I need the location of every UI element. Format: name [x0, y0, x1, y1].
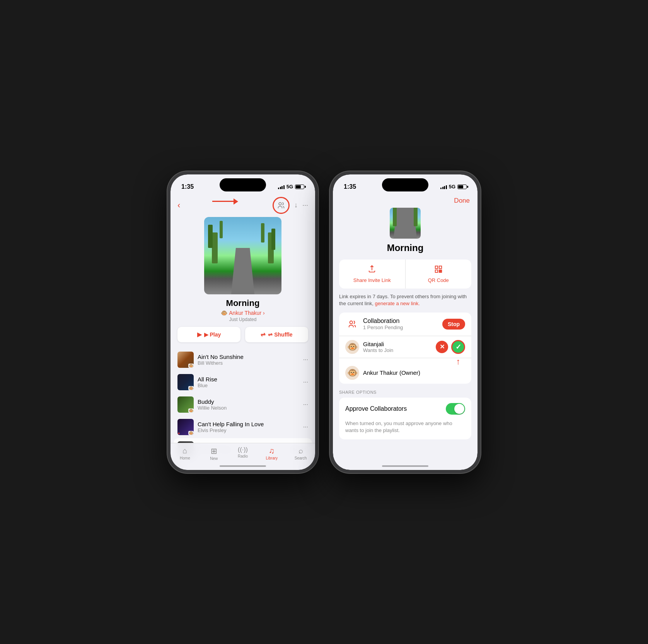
approve-collaborators-label: Approve Collaborators [345, 405, 446, 412]
song-more-buddy[interactable]: ··· [303, 401, 308, 408]
collab-svg-icon [348, 320, 356, 328]
approve-collaborators-toggle[interactable] [446, 403, 465, 415]
qr-code-button[interactable]: QR Code [406, 260, 472, 289]
song-more-allrise[interactable]: ··· [303, 379, 308, 386]
signal-bars-2 [440, 184, 447, 189]
tab-search[interactable]: ⌕ Search [286, 446, 315, 461]
author-chevron-1: › [263, 310, 265, 316]
generate-link-button[interactable]: generate a new link. [375, 301, 420, 306]
p2-cover [390, 208, 421, 239]
road [231, 248, 254, 294]
share-options-label: SHARE OPTIONS [339, 390, 471, 395]
song-name-sunshine: Ain't No Sunshine [198, 354, 299, 360]
library-label: Library [266, 456, 278, 460]
person-name-gitanjali: Gitanjali [363, 341, 436, 347]
person-row-gitanjali: 🐵 Gitanjali Wants to Join ✕ ✓ ↑ [339, 336, 471, 358]
qr-icon-svg [434, 265, 443, 273]
home-indicator-2 [382, 465, 428, 467]
collaboration-button-1[interactable] [273, 197, 290, 214]
song-artist-buddy: Willie Nelson [198, 405, 299, 411]
person-avatar-ankur: 🐵 [345, 366, 359, 380]
status-time-1: 1:35 [181, 183, 194, 190]
signal-bar-7 [444, 186, 445, 189]
song-more-canthelp[interactable]: ··· [303, 424, 308, 430]
person-info-ankur: Ankur Thakur (Owner) [363, 369, 465, 376]
link-info: Link expires in 7 days. To prevent other… [339, 293, 471, 307]
stop-collaboration-button[interactable]: Stop [442, 319, 465, 330]
collab-section: Collaboration 1 Person Pending Stop 🐵 Gi… [339, 313, 471, 384]
qr-code-label: QR Code [428, 277, 449, 283]
shuffle-button-1[interactable]: ⇌ ⇌ Shuffle [245, 327, 308, 342]
song-info-allrise: All Rise Blue [198, 376, 299, 388]
song-artist-sunshine: Bill Withers [198, 360, 299, 366]
download-button-1[interactable]: ↓ [294, 201, 298, 209]
signal-bar-2 [280, 187, 281, 189]
arrow-head [234, 198, 238, 205]
tab-library[interactable]: ♫ Library [257, 446, 286, 461]
person-row-ankur: 🐵 Ankur Thakur (Owner) [339, 358, 471, 384]
share-options-card: Approve Collaborators When turned on, yo… [339, 398, 471, 439]
song-thumb-buddy: 🐵 [177, 396, 194, 413]
network-type-1: 5G [286, 184, 293, 190]
signal-bar-5 [440, 188, 442, 189]
radio-icon: ((·)) [238, 446, 248, 453]
p2-tree-1 [393, 208, 397, 226]
play-button-1[interactable]: ▶ ▶ Play [177, 327, 240, 342]
person-avatar-gitanjali: 🐵 [345, 340, 359, 354]
signal-bar-3 [281, 186, 283, 189]
song-artist-canthelp: Elvis Presley [198, 427, 299, 433]
home-icon: ⌂ [182, 446, 187, 455]
svg-rect-5 [439, 270, 440, 271]
status-time-2: 1:35 [344, 183, 356, 190]
song-item-canthelp[interactable]: 🐵 ★ Can't Help Falling In Love Elvis Pre… [171, 416, 315, 438]
collab-section-icon [345, 317, 359, 331]
song-item-buddy[interactable]: 🐵 Buddy Willie Nelson ··· [171, 393, 315, 416]
phone-2: 1:35 5G Done [330, 171, 481, 473]
reject-button-gitanjali[interactable]: ✕ [436, 341, 448, 353]
author-name-1[interactable]: Ankur Thakur [229, 310, 261, 316]
tree-3 [271, 229, 275, 250]
shuffle-label-1: ⇌ Shuffle [268, 331, 292, 338]
dynamic-island-2 [382, 178, 428, 191]
search-label: Search [295, 456, 307, 460]
more-button-1[interactable]: ··· [302, 201, 308, 209]
home-label: Home [180, 456, 190, 460]
share-options-section: SHARE OPTIONS Approve Collaborators When… [339, 390, 471, 439]
share-invite-link-button[interactable]: Share Invite Link [339, 260, 406, 289]
svg-point-0 [279, 202, 281, 205]
road-scene [204, 217, 281, 294]
tab-radio[interactable]: ((·)) Radio [229, 446, 257, 461]
accept-button-gitanjali[interactable]: ✓ ↑ [451, 340, 465, 354]
phone-1-inner: 1:35 5G ‹ [171, 174, 315, 470]
battery-fill-2 [458, 185, 463, 188]
song-item-allrise[interactable]: 🐵 All Rise Blue ··· [171, 371, 315, 393]
svg-rect-8 [440, 271, 442, 272]
song-thumb-sunshine: 🐵 [177, 352, 194, 368]
song-artist-allrise: Blue [198, 383, 299, 388]
search-icon: ⌕ [298, 446, 303, 455]
status-icons-2: 5G [440, 184, 467, 190]
song-info-sunshine: Ain't No Sunshine Bill Withers [198, 354, 299, 366]
collab-subtitle: 1 Person Pending [363, 325, 442, 330]
library-icon: ♫ [269, 446, 275, 455]
play-label-1: ▶ Play [204, 331, 221, 338]
arrow-annotation [212, 198, 238, 205]
song-thumb-allrise: 🐵 [177, 374, 194, 390]
song-info-canthelp: Can't Help Falling In Love Elvis Presley [198, 421, 299, 433]
tab-new[interactable]: ⊞ New [200, 446, 229, 461]
song-more-sunshine[interactable]: ··· [303, 356, 308, 363]
playlist-author-1: 🐵 Ankur Thakur › [171, 310, 315, 316]
svg-point-9 [350, 321, 353, 324]
nav-bar-1: ‹ ↓ ··· [171, 195, 315, 217]
approve-collaborators-desc: When turned on, you must approve anyone … [339, 420, 471, 439]
radio-label: Radio [238, 454, 248, 458]
back-button-1[interactable]: ‹ [177, 200, 180, 210]
battery-fill-1 [296, 185, 301, 188]
collab-icon [277, 202, 285, 209]
person-status-gitanjali: Wants to Join [363, 347, 436, 353]
tab-home[interactable]: ⌂ Home [171, 446, 200, 461]
done-button[interactable]: Done [454, 197, 470, 205]
song-info-buddy: Buddy Willie Nelson [198, 398, 299, 411]
song-item-sunshine[interactable]: 🐵 Ain't No Sunshine Bill Withers ··· [171, 348, 315, 371]
song-emoji-buddy: 🐵 [188, 408, 194, 413]
